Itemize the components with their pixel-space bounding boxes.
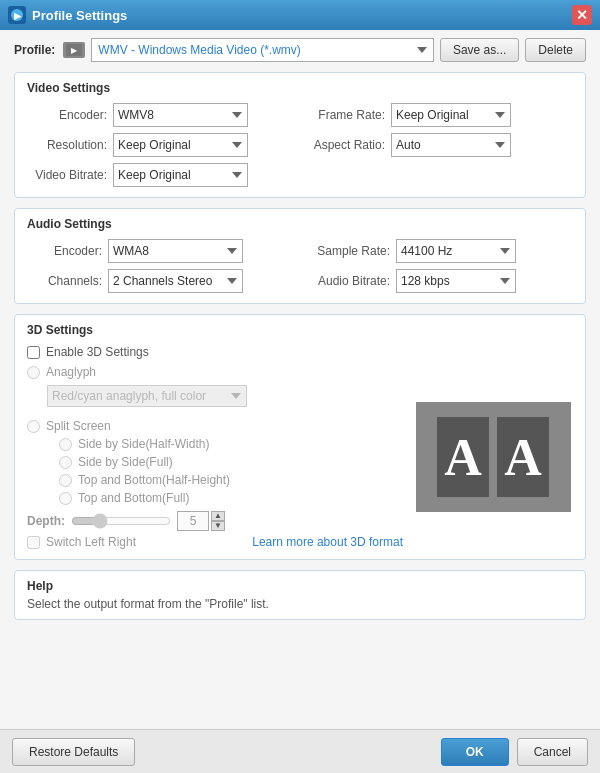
3d-settings-section: 3D Settings Enable 3D Settings Anaglyph … [14,314,586,560]
depth-spinner: ▲ ▼ [211,511,225,531]
anaglyph-type-select[interactable]: Red/cyan anaglyph, full color [47,385,247,407]
aa-preview-box: A A [416,402,571,512]
restore-defaults-button[interactable]: Restore Defaults [12,738,135,766]
depth-label: Depth: [27,514,65,528]
app-icon: ▶ [8,6,26,24]
depth-row: Depth: ▲ ▼ [27,511,403,531]
video-settings-title: Video Settings [27,81,573,95]
profile-icon: ▶ [63,42,85,58]
3d-preview: A A [413,365,573,549]
top-bottom-full-label[interactable]: Top and Bottom(Full) [78,491,189,505]
video-settings-section: Video Settings Encoder: WMV8 Frame Rate:… [14,72,586,198]
sample-rate-row: Sample Rate: 44100 Hz [300,239,573,263]
enable-3d-checkbox[interactable] [27,346,40,359]
learn-more-link[interactable]: Learn more about 3D format [252,535,403,549]
title-bar: ▶ Profile Settings ✕ [0,0,600,30]
3d-body: Anaglyph Red/cyan anaglyph, full color S… [27,365,573,549]
resolution-select[interactable]: Keep Original [113,133,248,157]
audio-settings-title: Audio Settings [27,217,573,231]
video-settings-grid: Encoder: WMV8 Frame Rate: Keep Original … [27,103,573,157]
audio-encoder-label: Encoder: [27,244,102,258]
help-section: Help Select the output format from the "… [14,570,586,620]
frame-rate-row: Frame Rate: Keep Original [300,103,573,127]
depth-input[interactable] [177,511,209,531]
help-text: Select the output format from the "Profi… [27,597,573,611]
encoder-row: Encoder: WMV8 [27,103,300,127]
frame-rate-label: Frame Rate: [300,108,385,122]
window-title: Profile Settings [32,8,127,23]
audio-bitrate-label: Audio Bitrate: [300,274,390,288]
svg-text:▶: ▶ [71,46,78,55]
aa-letter-right: A [497,417,549,497]
side-by-side-half-row: Side by Side(Half-Width) [27,437,403,451]
svg-text:▶: ▶ [14,11,22,21]
anaglyph-select-row: Red/cyan anaglyph, full color [27,383,403,413]
resolution-label: Resolution: [27,138,107,152]
channels-select[interactable]: 2 Channels Stereo [108,269,243,293]
save-as-button[interactable]: Save as... [440,38,519,62]
video-bitrate-label: Video Bitrate: [27,168,107,182]
profile-row: Profile: ▶ WMV - Windows Media Video (*.… [14,38,586,62]
enable-3d-row: Enable 3D Settings [27,345,573,359]
channels-label: Channels: [27,274,102,288]
audio-bitrate-row: Audio Bitrate: 128 kbps [300,269,573,293]
side-by-side-full-label[interactable]: Side by Side(Full) [78,455,173,469]
anaglyph-label[interactable]: Anaglyph [46,365,96,379]
enable-3d-label[interactable]: Enable 3D Settings [46,345,149,359]
channels-row: Channels: 2 Channels Stereo [27,269,300,293]
encoder-label: Encoder: [27,108,107,122]
split-screen-row: Split Screen [27,419,403,433]
ok-button[interactable]: OK [441,738,509,766]
frame-rate-select[interactable]: Keep Original [391,103,511,127]
video-bitrate-row: Video Bitrate: Keep Original [27,163,573,187]
side-by-side-half-radio[interactable] [59,438,72,451]
top-bottom-half-row: Top and Bottom(Half-Height) [27,473,403,487]
delete-button[interactable]: Delete [525,38,586,62]
side-by-side-half-label[interactable]: Side by Side(Half-Width) [78,437,209,451]
audio-encoder-row: Encoder: WMA8 [27,239,300,263]
depth-down-button[interactable]: ▼ [211,521,225,531]
bottom-bar: Restore Defaults OK Cancel [0,729,600,773]
help-title: Help [27,579,573,593]
top-bottom-half-radio[interactable] [59,474,72,487]
video-bitrate-select[interactable]: Keep Original [113,163,248,187]
sample-rate-select[interactable]: 44100 Hz [396,239,516,263]
profile-label: Profile: [14,43,55,57]
audio-settings-section: Audio Settings Encoder: WMA8 Sample Rate… [14,208,586,304]
anaglyph-row: Anaglyph [27,365,403,379]
aa-letters: A A [437,417,549,497]
side-by-side-full-radio[interactable] [59,456,72,469]
main-content: Profile: ▶ WMV - Windows Media Video (*.… [0,30,600,729]
cancel-button[interactable]: Cancel [517,738,588,766]
profile-select[interactable]: WMV - Windows Media Video (*.wmv) [91,38,434,62]
audio-encoder-select[interactable]: WMA8 [108,239,243,263]
audio-settings-grid: Encoder: WMA8 Sample Rate: 44100 Hz Chan… [27,239,573,293]
side-by-side-full-row: Side by Side(Full) [27,455,403,469]
switch-row: Switch Left Right Learn more about 3D fo… [27,535,403,549]
top-bottom-full-radio[interactable] [59,492,72,505]
split-screen-label[interactable]: Split Screen [46,419,111,433]
3d-options: Anaglyph Red/cyan anaglyph, full color S… [27,365,403,549]
resolution-row: Resolution: Keep Original [27,133,300,157]
aspect-ratio-row: Aspect Ratio: Auto [300,133,573,157]
switch-lr-label[interactable]: Switch Left Right [46,535,136,549]
aspect-ratio-select[interactable]: Auto [391,133,511,157]
top-bottom-half-label[interactable]: Top and Bottom(Half-Height) [78,473,230,487]
aspect-ratio-label: Aspect Ratio: [300,138,385,152]
top-bottom-full-row: Top and Bottom(Full) [27,491,403,505]
split-screen-radio[interactable] [27,420,40,433]
close-button[interactable]: ✕ [572,5,592,25]
depth-up-button[interactable]: ▲ [211,511,225,521]
depth-slider[interactable] [71,513,171,529]
encoder-select[interactable]: WMV8 [113,103,248,127]
audio-bitrate-select[interactable]: 128 kbps [396,269,516,293]
anaglyph-radio[interactable] [27,366,40,379]
switch-left: Switch Left Right [27,535,136,549]
bottom-right-buttons: OK Cancel [441,738,588,766]
3d-settings-title: 3D Settings [27,323,573,337]
aa-letter-left: A [437,417,489,497]
sample-rate-label: Sample Rate: [300,244,390,258]
switch-lr-checkbox[interactable] [27,536,40,549]
